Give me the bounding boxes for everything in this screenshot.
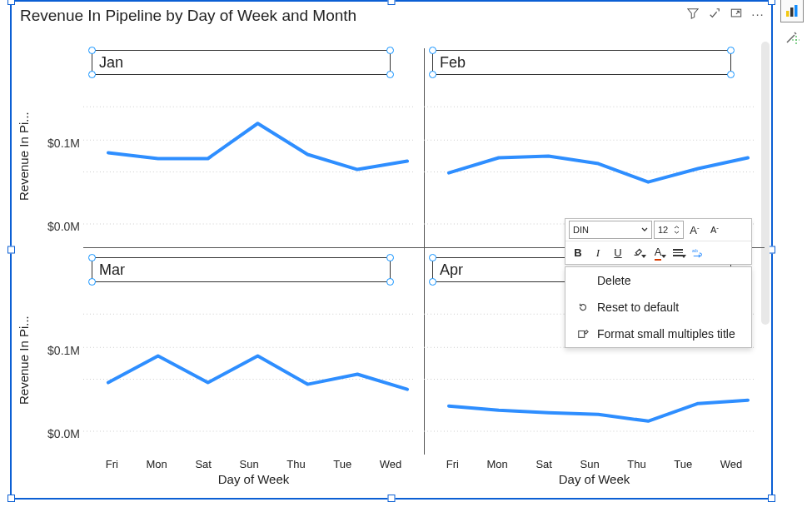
focus-icon[interactable]	[730, 7, 743, 20]
drill-icon[interactable]	[708, 7, 721, 20]
resize-handle[interactable]	[7, 495, 15, 502]
wrap-text-button[interactable]: ab	[689, 244, 707, 262]
format-icon	[575, 328, 590, 340]
font-size-select[interactable]: 12	[654, 221, 684, 239]
fill-color-button[interactable]	[629, 244, 647, 262]
panel-mar: Mar	[83, 247, 424, 455]
x-tick-label: Sat	[536, 458, 552, 470]
title-resize-handle[interactable]	[386, 278, 394, 286]
context-menu-delete[interactable]: Delete	[565, 267, 751, 294]
x-tick-label: Wed	[380, 458, 402, 470]
panel-title-mar[interactable]: Mar	[92, 257, 391, 282]
title-resize-handle[interactable]	[88, 278, 96, 286]
magic-wand-icon	[785, 30, 800, 45]
panel-canvas	[83, 82, 416, 241]
panel-canvas	[424, 82, 756, 241]
resize-handle[interactable]	[768, 0, 775, 5]
bold-button[interactable]: B	[569, 244, 587, 262]
more-options-icon[interactable]: ···	[751, 7, 765, 20]
x-tick-label: Fri	[446, 458, 459, 470]
x-tick-label: Mon	[147, 458, 167, 470]
y-tick-label: $0.0M	[47, 427, 80, 440]
resize-handle[interactable]	[7, 0, 15, 5]
panel-feb: Feb	[424, 40, 765, 247]
x-axis-title: Day of Week	[424, 472, 765, 486]
y-axis-title: Revenue In Pi...	[17, 77, 33, 236]
panel-title-text: Apr	[440, 261, 463, 279]
format-toolbar: DIN 12 Aˆ Aˇ B I U A ab	[565, 218, 752, 265]
title-resize-handle[interactable]	[88, 71, 96, 78]
panel-title-text: Feb	[440, 54, 466, 72]
font-size-value: 12	[658, 225, 668, 235]
chart-title[interactable]: Revenue In Pipeline by Day of Week and M…	[12, 2, 771, 28]
panel-title-feb[interactable]: Feb	[432, 50, 731, 75]
title-resize-handle[interactable]	[429, 71, 436, 78]
title-resize-handle[interactable]	[386, 47, 394, 54]
resize-handle[interactable]	[768, 495, 775, 502]
title-resize-handle[interactable]	[727, 71, 735, 78]
title-resize-handle[interactable]	[429, 47, 436, 54]
x-tick-label: Tue	[333, 458, 351, 470]
x-axis-title: Day of Week	[83, 472, 424, 486]
context-menu-label: Format small multiples title	[597, 327, 735, 341]
panel-title-text: Jan	[99, 54, 123, 72]
italic-button[interactable]: I	[589, 244, 607, 262]
y-tick-label: $0.1M	[47, 137, 80, 150]
underline-button[interactable]: U	[609, 244, 627, 262]
visualizations-pane-button[interactable]	[781, 0, 803, 22]
horizontal-alignment-button[interactable]	[669, 244, 687, 262]
x-tick-label: Mon	[487, 458, 508, 470]
x-tick-label: Thu	[627, 458, 645, 470]
context-menu-label: Reset to default	[597, 301, 679, 314]
x-axis-row: Fri Mon Sat Sun Thu Tue Wed Day of Week …	[83, 455, 765, 495]
svg-rect-18	[579, 331, 585, 338]
svg-point-22	[795, 39, 797, 41]
context-menu-format-titles[interactable]: Format small multiples title	[565, 321, 751, 347]
reset-icon	[575, 301, 590, 313]
font-color-button[interactable]: A	[649, 244, 667, 262]
panel-title-jan[interactable]: Jan	[92, 50, 391, 75]
x-tick-label: Sat	[195, 458, 212, 470]
svg-rect-20	[790, 7, 794, 17]
x-tick-label: Sun	[240, 458, 259, 470]
title-resize-handle[interactable]	[727, 47, 735, 54]
x-tick-label: Tue	[674, 458, 692, 470]
title-resize-handle[interactable]	[386, 71, 394, 78]
filter-icon[interactable]	[686, 7, 700, 20]
y-axis-ticks: $0.1M $0.0M	[40, 247, 80, 455]
svg-text:ab: ab	[692, 247, 698, 253]
side-toolbar	[781, 0, 805, 48]
y-axis-title: Revenue In Pi...	[17, 281, 33, 440]
title-resize-handle[interactable]	[88, 254, 96, 261]
x-tick-label: Fri	[106, 458, 118, 470]
title-resize-handle[interactable]	[429, 278, 436, 286]
y-tick-label: $0.1M	[47, 344, 80, 357]
x-axis-ticks: Fri Mon Sat Sun Thu Tue Wed	[83, 455, 424, 470]
svg-rect-21	[795, 5, 798, 17]
font-family-value: DIN	[573, 225, 589, 235]
context-menu-reset[interactable]: Reset to default	[565, 294, 751, 321]
resize-handle[interactable]	[388, 0, 396, 5]
svg-rect-19	[786, 11, 790, 17]
x-axis-ticks: Fri Mon Sat Sun Thu Tue Wed	[424, 455, 765, 470]
bar-chart-icon	[785, 3, 800, 18]
y-axis-ticks: $0.1M $0.0M	[40, 40, 80, 247]
align-icon	[673, 249, 683, 256]
x-tick-label: Sun	[580, 458, 600, 470]
x-tick-label: Wed	[720, 458, 743, 470]
resize-handle[interactable]	[388, 495, 396, 502]
title-resize-handle[interactable]	[386, 254, 394, 261]
y-tick-label: $0.0M	[47, 220, 80, 233]
decrease-font-size-button[interactable]: Aˇ	[705, 221, 724, 239]
panel-jan: Jan	[83, 40, 424, 247]
visual-header-icons: ···	[686, 7, 765, 20]
title-resize-handle[interactable]	[88, 47, 96, 54]
increase-font-size-button[interactable]: Aˆ	[685, 221, 704, 239]
x-tick-label: Thu	[286, 458, 305, 470]
resize-handle[interactable]	[7, 246, 15, 254]
panel-title-text: Mar	[99, 261, 125, 279]
font-family-select[interactable]: DIN	[569, 221, 652, 239]
analytics-pane-button[interactable]	[781, 27, 803, 48]
title-resize-handle[interactable]	[429, 254, 436, 261]
context-menu-label: Delete	[597, 274, 630, 287]
